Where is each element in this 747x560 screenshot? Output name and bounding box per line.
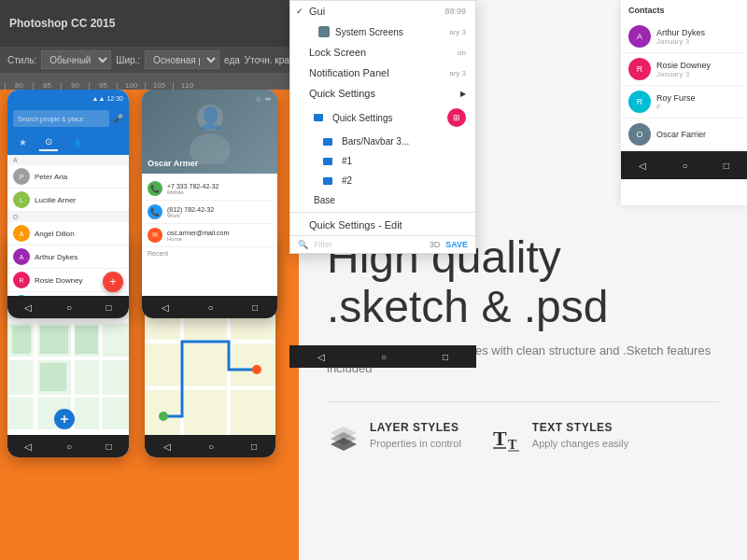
menu-item-notification[interactable]: Notification Panel ary 3 — [290, 63, 475, 83]
phone-row-1[interactable]: 📞 +7 333 782-42-32 Mobile — [146, 177, 274, 201]
menu-item-quick-settings[interactable]: Quick Settings — [290, 83, 475, 104]
menu-item-hash2[interactable]: #2 — [290, 171, 475, 190]
list-item[interactable]: A Angel Dillon — [7, 222, 129, 245]
info-panel: High quality .sketch & .psd Fully custom… — [299, 205, 747, 560]
svg-rect-22 — [75, 326, 98, 354]
tab-favorites[interactable]: ★ — [13, 133, 32, 151]
menu-item-bars[interactable]: Bars/Navbar 3... — [290, 132, 475, 151]
save-button[interactable]: SAVE — [445, 240, 468, 249]
contacts-right-title: Contacts — [621, 0, 747, 21]
menu-item-system-screens[interactable]: System Screens ary 3 — [290, 21, 475, 42]
list-item[interactable]: R Roy Furse F — [621, 86, 747, 119]
back-icon[interactable]: ◁ — [162, 302, 169, 313]
list-item[interactable]: O Oscar Farrier — [621, 119, 747, 151]
menu-separator — [290, 212, 475, 213]
contact-name: Oscar Farrier — [656, 130, 740, 139]
search-box[interactable]: Search people & place — [13, 110, 109, 127]
phone-number-1: +7 333 782-42-32 — [167, 183, 218, 189]
svg-point-33 — [159, 412, 168, 421]
home-icon[interactable]: ○ — [207, 302, 213, 313]
feature-layer-styles: LAYER STYLES Properties in control — [327, 421, 461, 455]
home-icon[interactable]: ○ — [66, 441, 72, 452]
back-icon[interactable]: ◁ — [24, 302, 32, 313]
avatar: A — [13, 225, 30, 242]
menu-item-qs-edit[interactable]: Quick Settings - Edit — [290, 215, 475, 235]
date-label2: on — [458, 49, 466, 57]
nav-home[interactable]: ○ — [682, 161, 687, 171]
phone-type-2: Work — [167, 213, 214, 218]
menu-label: System Screens — [335, 27, 403, 37]
contact-list: A P Peter Aria L Lucille Arner D A Angel… — [7, 155, 129, 318]
menu-label: Quick Settings — [309, 88, 375, 99]
style-select[interactable]: Обычный — [41, 50, 111, 69]
recent-nav-icon[interactable]: □ — [443, 352, 448, 362]
nav-bar: ◁ ○ □ — [7, 296, 129, 318]
list-item[interactable]: L Lucille Arner — [7, 189, 129, 212]
email-address: osc.armer@mail.com — [167, 230, 229, 236]
contact-name: Roy Furse — [656, 93, 740, 103]
width-label: Шир.: — [116, 55, 140, 65]
phone-search-bar[interactable]: Search people & place 🎤 — [7, 106, 129, 133]
home-icon[interactable]: ○ — [208, 441, 214, 452]
date-label3: ary 3 — [449, 69, 466, 77]
layer-styles-title: LAYER STYLES — [370, 421, 461, 434]
home-nav-icon[interactable]: ○ — [381, 352, 387, 362]
edit-icon[interactable]: ✏ — [265, 95, 272, 104]
text-svg: T T — [491, 423, 521, 453]
menu-item-lock-screen[interactable]: Lock Screen on — [290, 42, 475, 63]
menu-item-quick-settings-folder[interactable]: Quick Settings ⊞ — [290, 104, 475, 132]
phone-icon-2: 📞 — [148, 204, 162, 219]
home-icon[interactable]: ○ — [66, 302, 72, 313]
email-row[interactable]: ✉ osc.armer@mail.com Home — [146, 224, 274, 247]
back-icon[interactable]: ◁ — [24, 441, 32, 452]
svg-text:👤: 👤 — [197, 105, 223, 131]
wifi-icon: ▲▲ — [92, 95, 106, 102]
list-item[interactable]: R Rosie Downey January 3 — [621, 53, 747, 86]
text-styles-desc: Apply changes easily — [532, 437, 628, 451]
detail-info: 📞 +7 333 782-42-32 Mobile 📞 (812) 782-42… — [142, 174, 277, 263]
nav-recent[interactable]: □ — [724, 161, 729, 171]
menu-item-base[interactable]: Base — [290, 190, 475, 210]
tab-groups[interactable]: 👥 — [65, 133, 84, 151]
recent-icon[interactable]: □ — [251, 441, 257, 452]
list-item[interactable]: P Peter Aria — [7, 165, 129, 189]
section-header-d: D — [7, 212, 129, 222]
time: 12:30 — [106, 95, 123, 102]
screen-icon — [318, 26, 330, 37]
tab-all[interactable]: ⊙ — [39, 133, 58, 151]
nav-back[interactable]: ◁ — [639, 161, 646, 171]
width-select[interactable]: Основная раб — [145, 50, 219, 69]
star-icon[interactable]: ☆ — [255, 95, 261, 104]
style-label: Стиль: — [7, 55, 36, 65]
nav-bar-dropdown: ◁ ○ □ — [289, 345, 476, 368]
phone-detail: 👤 Oscar Armer ☆ ✏ 📞 +7 333 782-42-32 Mob… — [142, 90, 277, 318]
person-silhouette: 👤 — [182, 99, 238, 164]
list-item[interactable]: A Arthur Dykes — [7, 245, 129, 269]
email-icon: ✉ — [148, 228, 162, 243]
section-header-a: A — [7, 155, 129, 165]
recent-icon[interactable]: □ — [252, 302, 258, 313]
extra-text: еда — [224, 55, 240, 65]
contact-name: Peter Aria — [35, 173, 67, 181]
ruler-mark: 95 — [89, 82, 117, 90]
gui-count: 88:99 — [444, 7, 466, 16]
feature-text-styles: T T TEXT STYLES Apply changes easily — [489, 421, 628, 455]
contact-tabs: ★ ⊙ 👥 — [7, 133, 129, 155]
menu-item-gui[interactable]: Gui 88:99 — [290, 1, 475, 21]
back-nav-icon[interactable]: ◁ — [317, 352, 325, 362]
mic-icon: 🎤 — [113, 114, 123, 123]
svg-text:T: T — [493, 427, 507, 450]
fab-button[interactable]: + — [103, 272, 123, 292]
menu-item-hash1[interactable]: #1 — [290, 151, 475, 171]
list-item[interactable]: A Arthur Dykes January 3 — [621, 21, 747, 53]
filter-placeholder[interactable]: Filter — [314, 240, 424, 249]
recent-icon[interactable]: □ — [106, 302, 112, 313]
menu-label: Quick Settings — [332, 113, 392, 123]
back-icon[interactable]: ◁ — [163, 441, 171, 452]
maps-fab[interactable] — [54, 409, 75, 429]
phone-row-2[interactable]: 📞 (812) 782-42-32 Work — [146, 201, 274, 224]
layer-styles-desc: Properties in control — [370, 437, 461, 451]
contact-date: January 3 — [656, 70, 740, 78]
recent-icon[interactable]: □ — [106, 441, 112, 452]
status-bar: ▲▲ 12:30 — [7, 90, 129, 106]
